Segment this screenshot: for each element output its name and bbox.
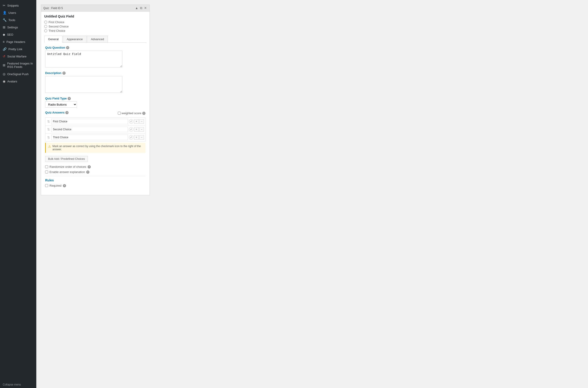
sidebar-item-avatars[interactable]: ◉ Avatars: [0, 78, 36, 85]
sidebar-item-featured-images[interactable]: ⊞ Featured Images In RSS Feeds: [0, 60, 36, 70]
description-row: Description ?: [45, 71, 145, 94]
sidebar: ✂ Snippets 👤 Users 🔧 Tools ⊞ Settings ◆ …: [0, 0, 36, 388]
sidebar-item-label: SEO: [7, 33, 13, 36]
onesignal-icon: ◎: [3, 72, 5, 76]
sidebar-item-label: Page Headers: [6, 40, 25, 44]
answer-input-1[interactable]: [51, 119, 128, 124]
description-textarea[interactable]: [45, 76, 122, 93]
tools-icon: 🔧: [3, 18, 7, 22]
sidebar-item-social-warfare[interactable]: ↺ Social Warfare: [0, 53, 36, 60]
sidebar-item-label: Users: [8, 11, 16, 15]
drag-handle-3[interactable]: ⇅: [47, 136, 50, 139]
enable-explanation-checkbox[interactable]: [45, 170, 48, 173]
correct-answer-icon-1[interactable]: ✓: [129, 119, 133, 124]
bulk-add-button[interactable]: Bulk Add / Predefined Choices: [45, 156, 88, 162]
settings-icon: ⊞: [3, 25, 5, 29]
quiz-answers-help-icon[interactable]: ?: [65, 111, 69, 114]
quiz-field-type-select[interactable]: Radio Buttons Checkboxes Drop Down Text: [45, 101, 77, 108]
sidebar-item-label: Tools: [8, 18, 15, 22]
preview-choice-2: Second Choice: [44, 25, 146, 28]
answer-row-1: ⇅ ✓ + −: [45, 118, 145, 125]
tab-advanced[interactable]: Advanced: [87, 36, 108, 43]
drag-handle-2[interactable]: ⇅: [47, 128, 50, 131]
sidebar-item-snippets[interactable]: ✂ Snippets: [0, 2, 36, 9]
required-label: Required: [49, 184, 62, 187]
sidebar-item-pretty-link[interactable]: 🔗 Pretty Link: [0, 45, 36, 53]
rules-divider: [45, 176, 145, 176]
answers-header: Quiz Answers ? weighted score ?: [45, 111, 145, 116]
sidebar-item-page-headers[interactable]: ≡ Page Headers: [0, 38, 36, 45]
enable-explanation-row: Enable answer explanation ?: [45, 170, 145, 174]
add-answer-icon-1[interactable]: +: [134, 119, 139, 124]
sidebar-item-label: Snippets: [7, 4, 19, 7]
quiz-panel: Quiz : Field ID 5 ▲ ⧉ ✕ Untitled Quiz Fi…: [41, 4, 150, 195]
required-row: Required ?: [45, 184, 145, 187]
enable-explanation-help-icon[interactable]: ?: [86, 170, 89, 174]
sidebar-item-label: Pretty Link: [8, 48, 22, 51]
pretty-link-icon: 🔗: [3, 47, 7, 51]
sidebar-item-settings[interactable]: ⊞ Settings: [0, 24, 36, 31]
bulk-add-row: Bulk Add / Predefined Choices: [45, 156, 145, 162]
sidebar-item-seo[interactable]: ◆ SEO: [0, 31, 36, 38]
close-icon[interactable]: ✕: [144, 6, 147, 10]
remove-answer-icon-1[interactable]: −: [139, 119, 144, 124]
main-content: Quiz : Field ID 5 ▲ ⧉ ✕ Untitled Quiz Fi…: [36, 0, 588, 388]
quiz-question-help-icon[interactable]: ?: [66, 46, 69, 49]
quiz-field-title: Untitled Quiz Field: [44, 14, 146, 18]
randomize-checkbox[interactable]: [45, 165, 48, 168]
remove-answer-icon-3[interactable]: −: [139, 135, 144, 140]
sidebar-item-label: Social Warfare: [7, 55, 26, 58]
answer-input-3[interactable]: [51, 135, 128, 140]
avatars-icon: ◉: [3, 79, 5, 83]
sidebar-item-label: Featured Images In RSS Feeds: [7, 62, 34, 69]
remove-answer-icon-2[interactable]: −: [139, 127, 144, 132]
preview-radio-1[interactable]: [44, 21, 47, 24]
preview-radio-2[interactable]: [44, 25, 47, 28]
tabs: General Appearance Advanced: [44, 36, 146, 43]
sidebar-item-users[interactable]: 👤 Users: [0, 9, 36, 16]
sidebar-item-label: Settings: [7, 26, 18, 29]
tab-general[interactable]: General: [44, 36, 62, 43]
required-help-icon[interactable]: ?: [63, 184, 66, 187]
featured-images-icon: ⊞: [3, 63, 5, 67]
weighted-score-help-icon[interactable]: ?: [142, 112, 145, 115]
quiz-field-type-row: Quiz Field Type ? Radio Buttons Checkbox…: [45, 97, 145, 108]
answer-icons-2: ✓ + −: [129, 127, 144, 132]
answer-input-2[interactable]: [51, 127, 128, 132]
quiz-field-type-help-icon[interactable]: ?: [68, 97, 71, 100]
add-answer-icon-3[interactable]: +: [134, 135, 139, 140]
sidebar-item-onesignal[interactable]: ◎ OneSignal Push: [0, 70, 36, 78]
collapse-menu-label: Collapse menu: [3, 383, 21, 386]
quiz-field-type-label: Quiz Field Type ?: [45, 97, 145, 100]
weighted-score-checkbox[interactable]: [118, 112, 121, 115]
users-icon: 👤: [3, 11, 7, 15]
tab-appearance[interactable]: Appearance: [63, 36, 87, 43]
quiz-question-textarea[interactable]: [45, 51, 122, 67]
description-label: Description ?: [45, 71, 145, 75]
quiz-question-row: Quiz Question ?: [45, 46, 145, 68]
answer-notice: ⚠ Mark an answer as correct by using the…: [45, 143, 145, 153]
quiz-panel-header: Quiz : Field ID 5 ▲ ⧉ ✕: [41, 5, 150, 12]
preview-radio-3[interactable]: [44, 29, 47, 32]
general-tab-content: Quiz Question ? Description ?: [44, 43, 146, 192]
required-checkbox[interactable]: [45, 184, 48, 187]
preview-choice-3: Third Choice: [44, 29, 146, 32]
drag-handle-1[interactable]: ⇅: [47, 120, 50, 123]
copy-icon[interactable]: ⧉: [140, 6, 143, 10]
collapse-menu[interactable]: Collapse menu: [0, 381, 36, 388]
minimize-icon[interactable]: ▲: [135, 6, 139, 10]
quiz-answers-row: Quiz Answers ? weighted score ? ⇅: [45, 111, 145, 153]
correct-answer-icon-3[interactable]: ✓: [129, 135, 133, 140]
quiz-answers-label: Quiz Answers ?: [45, 111, 69, 114]
correct-answer-icon-2[interactable]: ✓: [129, 127, 133, 132]
rules-title: Rules: [45, 178, 145, 182]
add-answer-icon-2[interactable]: +: [134, 127, 139, 132]
answer-icons-3: ✓ + −: [129, 135, 144, 140]
sidebar-item-label: Avatars: [7, 80, 17, 83]
seo-icon: ◆: [3, 33, 5, 36]
snippets-icon: ✂: [3, 4, 5, 7]
sidebar-item-tools[interactable]: 🔧 Tools: [0, 16, 36, 24]
description-help-icon[interactable]: ?: [62, 72, 66, 75]
sidebar-item-label: OneSignal Push: [7, 73, 29, 76]
randomize-help-icon[interactable]: ?: [88, 165, 91, 169]
